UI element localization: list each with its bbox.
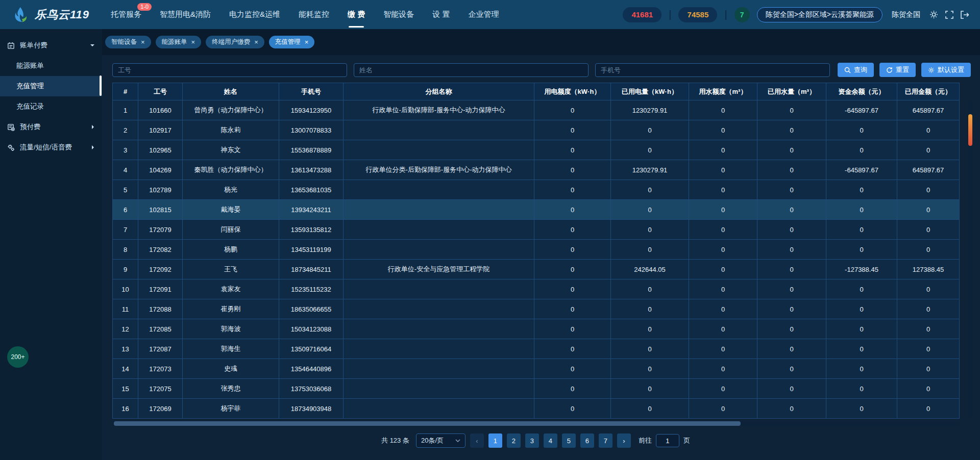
nav-item[interactable]: 电力监控&运维 xyxy=(229,10,280,19)
sidebar-item-energy-bill[interactable]: 能源账单 xyxy=(0,56,102,76)
close-icon[interactable]: × xyxy=(191,39,195,45)
page-button[interactable]: 1 xyxy=(488,433,502,448)
sidebar-item-label: 流量/短信/语音费 xyxy=(20,143,86,152)
theme-sun-icon[interactable] xyxy=(929,10,938,19)
alarm-counter-red[interactable]: 41681 xyxy=(623,7,662,22)
table-row[interactable]: 3 102965 神东文 15536878889 0 0 0 0 0 0 xyxy=(113,140,960,160)
logout-icon[interactable] xyxy=(961,11,969,19)
gear-icon xyxy=(928,67,935,73)
cell-index: 16 xyxy=(113,399,138,419)
alarm-counter-orange[interactable]: 74585 xyxy=(678,7,717,22)
table-row[interactable]: 7 172079 闫丽保 13593135812 0 0 0 0 0 0 xyxy=(113,220,960,240)
page-button[interactable]: 7 xyxy=(599,433,612,448)
open-tabs-bar: 智能设备 × 能源账单 × 终端用户缴费 × 充值管理 × xyxy=(102,29,980,55)
cell-water-quota: 0 xyxy=(689,200,757,220)
cell-elec-used: 0 xyxy=(611,279,689,299)
cell-employee-id: 102965 xyxy=(138,140,183,160)
nav-item-label: 企业管理 xyxy=(468,10,499,18)
name-input[interactable] xyxy=(354,63,589,77)
app-title: 乐鸟云119 xyxy=(35,7,89,22)
page-button[interactable]: 5 xyxy=(562,433,576,448)
column-header: 手机号 xyxy=(279,83,344,100)
close-icon[interactable]: × xyxy=(254,39,258,45)
cell-elec-used: 0 xyxy=(611,299,689,319)
sidebar: 账单付费 能源账单 充值管理 充值记录 预付费 xyxy=(0,29,102,460)
nav-item[interactable]: 智能设备 xyxy=(383,10,414,19)
cell-phone: 13613473288 xyxy=(279,160,344,180)
cell-water-used: 0 xyxy=(757,180,826,200)
page-size-select[interactable]: 20条/页 xyxy=(416,433,465,448)
table-row[interactable]: 15 172075 张秀忠 13753036068 0 0 0 0 0 0 xyxy=(113,379,960,399)
page-button[interactable]: 6 xyxy=(580,433,594,448)
table-row[interactable]: 14 172073 史彧 13546440896 0 0 0 0 0 0 xyxy=(113,359,960,379)
cell-group xyxy=(344,299,534,319)
table-row[interactable]: 13 172087 郭海生 13509716064 0 0 0 0 0 0 xyxy=(113,339,960,359)
cell-water-quota: 0 xyxy=(689,240,757,260)
page-button[interactable]: 2 xyxy=(507,433,521,448)
default-settings-button[interactable]: 默认设置 xyxy=(921,63,971,77)
table-row[interactable]: 10 172091 袁家友 15235115232 0 0 0 0 0 0 xyxy=(113,279,960,299)
table-row[interactable]: 16 172069 杨宇菲 18734903948 0 0 0 0 0 0 xyxy=(113,399,960,419)
table-row[interactable]: 5 102789 杨光 13653681035 0 0 0 0 0 0 xyxy=(113,180,960,200)
cell-elec-used: 0 xyxy=(611,339,689,359)
total-count: 共 123 条 xyxy=(381,436,409,445)
tab[interactable]: 终端用户缴费 × xyxy=(206,36,264,48)
cell-elec-used: 0 xyxy=(611,120,689,140)
nav-item[interactable]: 设 置 xyxy=(432,10,450,19)
page-button[interactable]: 4 xyxy=(544,433,557,448)
cell-elec-quota: 0 xyxy=(534,319,611,339)
cell-elec-used: 0 xyxy=(611,379,689,399)
cell-amount-used: 0 xyxy=(897,240,960,260)
sidebar-item-recharge-records[interactable]: 充值记录 xyxy=(0,96,102,117)
cell-elec-used: 0 xyxy=(611,140,689,160)
cell-elec-used: 242644.05 xyxy=(611,260,689,279)
cell-water-used: 0 xyxy=(757,299,826,319)
cell-amount-used: 127388.45 xyxy=(897,260,960,279)
vertical-scrollbar-thumb[interactable] xyxy=(968,114,972,146)
nav-item[interactable]: 智慧用电&消防 xyxy=(160,10,211,19)
sidebar-item-recharge-management[interactable]: 充值管理 xyxy=(0,76,102,96)
search-button[interactable]: 查询 xyxy=(838,63,874,77)
employee-id-input[interactable] xyxy=(112,63,347,77)
cell-employee-id: 101660 xyxy=(138,100,183,120)
region-breadcrumb[interactable]: 陈贺全国>全部区域>云溪荟聚能源 xyxy=(757,7,883,22)
table-row[interactable]: 12 172085 郭海波 15034123088 0 0 0 0 0 0 xyxy=(113,319,960,339)
fullscreen-icon[interactable] xyxy=(945,11,953,19)
goto-page-input[interactable] xyxy=(656,434,679,447)
close-icon[interactable]: × xyxy=(141,39,145,45)
table-row[interactable]: 8 172082 杨鹏 13453119199 0 0 0 0 0 0 xyxy=(113,240,960,260)
nav-item[interactable]: 缴 费 xyxy=(348,10,365,19)
nav-item[interactable]: 能耗监控 xyxy=(299,10,329,19)
cell-group xyxy=(344,200,534,220)
horizontal-scrollbar-thumb[interactable] xyxy=(114,421,741,426)
alarm-counter-green[interactable]: 7 xyxy=(734,7,750,22)
sidebar-item-bill-payment[interactable]: 账单付费 xyxy=(0,35,102,56)
reset-button[interactable]: 重置 xyxy=(879,63,916,77)
close-icon[interactable]: × xyxy=(305,39,309,45)
notification-fab-badge[interactable]: 200+ xyxy=(7,346,29,368)
sidebar-item-traffic-sms-voice[interactable]: 流量/短信/语音费 xyxy=(0,137,102,158)
goto-label: 前往 xyxy=(639,436,652,445)
tab[interactable]: 充值管理 × xyxy=(269,36,315,48)
sidebar-scrollbar-thumb[interactable] xyxy=(100,75,102,96)
table-row[interactable]: 1 101660 曾尚勇（动力保障中心） 15934123950 行政单位-后勤… xyxy=(113,100,960,120)
table-row[interactable]: 2 102917 陈永莉 13007078833 0 0 0 0 0 0 xyxy=(113,120,960,140)
phone-input[interactable] xyxy=(595,63,830,77)
page-size-value: 20条/页 xyxy=(421,436,444,445)
username[interactable]: 陈贺全国 xyxy=(892,10,920,19)
tab[interactable]: 智能设备 × xyxy=(105,36,151,48)
table-row[interactable]: 11 172088 崔勇刚 18635066655 0 0 0 0 0 0 xyxy=(113,299,960,319)
next-page-button[interactable]: › xyxy=(617,433,631,448)
nav-item[interactable]: 企业管理 xyxy=(468,10,499,19)
page-button[interactable]: 3 xyxy=(525,433,539,448)
tab[interactable]: 能源账单 × xyxy=(156,36,202,48)
table-row[interactable]: 4 104269 秦凯胜（动力保障中心） 13613473288 行政单位分类-… xyxy=(113,160,960,180)
cell-elec-used: 0 xyxy=(611,180,689,200)
prev-page-button[interactable]: ‹ xyxy=(470,433,484,448)
sidebar-item-prepaid[interactable]: 预付费 xyxy=(0,117,102,137)
table-row[interactable]: 6 102815 戴海晏 13934243211 0 0 0 0 0 0 xyxy=(113,200,960,220)
nav-item[interactable]: 托管服务 1-0 xyxy=(111,10,141,19)
table-row[interactable]: 9 172092 王飞 18734845211 行政单位-安全与应急管理工程学院… xyxy=(113,260,960,279)
cell-elec-used: 0 xyxy=(611,359,689,379)
cell-group xyxy=(344,359,534,379)
